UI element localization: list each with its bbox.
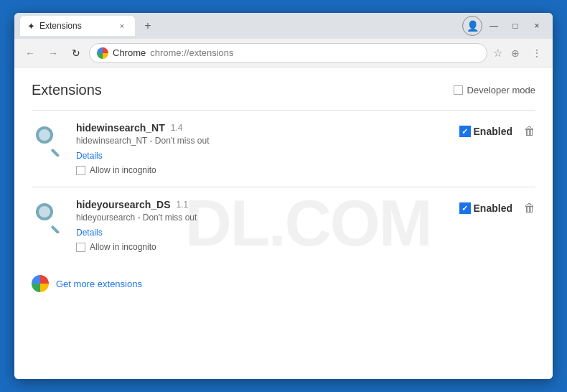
extension-info: hidewinsearch_NT 1.4 hidewinsearch_NT - …	[76, 122, 459, 175]
incognito-checkbox[interactable]	[76, 243, 85, 252]
get-more-row: Get more extensions	[32, 263, 535, 292]
extension-icon	[32, 122, 66, 157]
extension-details-link[interactable]: Details	[76, 151, 103, 161]
extension-description: hideyoursearch - Don't miss out	[76, 213, 459, 223]
incognito-label: Allow in incognito	[90, 165, 156, 175]
tab-close-button[interactable]: ×	[116, 20, 128, 32]
settings-button[interactable]: ⋮	[527, 43, 547, 63]
enabled-toggle[interactable]: ✓ Enabled	[459, 126, 512, 137]
new-tab-button[interactable]: +	[138, 16, 158, 36]
extension-item: hideyoursearch_DS 1.1 hideyoursearch - D…	[32, 187, 535, 263]
magnify-handle	[51, 225, 60, 233]
delete-button[interactable]: 🗑	[524, 125, 535, 138]
profile-button[interactable]: 👤	[462, 16, 482, 36]
developer-mode-toggle[interactable]: Developer mode	[454, 85, 535, 95]
get-more-extensions-link[interactable]: Get more extensions	[56, 279, 142, 289]
extension-icon	[32, 199, 66, 233]
profile-icon: 👤	[467, 20, 479, 32]
enabled-checkbox[interactable]: ✓	[459, 126, 471, 137]
cast-button[interactable]: ⊕	[505, 43, 525, 63]
close-button[interactable]: ×	[527, 16, 547, 36]
extension-item: hidewinsearch_NT 1.4 hidewinsearch_NT - …	[32, 110, 535, 187]
url-display: chrome://extensions	[150, 47, 233, 58]
page-header: Extensions Developer mode	[32, 82, 535, 98]
chrome-store-icon	[32, 275, 49, 292]
extension-version: 1.1	[177, 200, 189, 210]
magnify-icon	[36, 203, 62, 229]
enabled-label: Enabled	[474, 202, 512, 214]
page-title: Extensions	[32, 82, 102, 98]
tab-extensions-icon: ✦	[27, 21, 35, 32]
incognito-label: Allow in incognito	[90, 242, 156, 252]
extension-info: hideyoursearch_DS 1.1 hideyoursearch - D…	[76, 199, 459, 252]
nav-bar: ← → ↻ Chrome chrome://extensions ☆ ⊕ ⋮	[14, 39, 553, 67]
back-button[interactable]: ←	[20, 43, 40, 63]
window-controls: 👤 — □ ×	[462, 16, 547, 36]
site-label: Chrome	[113, 47, 146, 58]
extension-name-row: hidewinsearch_NT 1.4	[76, 122, 459, 134]
enabled-checkbox[interactable]: ✓	[459, 202, 471, 214]
forward-button[interactable]: →	[43, 43, 63, 63]
title-bar: ✦ Extensions × + 👤 — □ ×	[14, 13, 553, 39]
extension-name: hidewinsearch_NT	[76, 122, 165, 134]
incognito-toggle[interactable]: Allow in incognito	[76, 242, 459, 252]
page-content: DL.COM Extensions Developer mode hidewin…	[14, 67, 553, 379]
tab-title: Extensions	[39, 21, 82, 31]
bookmark-star[interactable]: ☆	[493, 47, 502, 60]
extension-controls: ✓ Enabled 🗑	[459, 122, 535, 138]
extension-details-link[interactable]: Details	[76, 228, 103, 238]
browser-window: ✦ Extensions × + 👤 — □ × ← → ↻ Chrome ch…	[14, 13, 553, 379]
developer-mode-label: Developer mode	[467, 85, 535, 95]
incognito-checkbox[interactable]	[76, 166, 85, 175]
magnify-handle	[51, 149, 60, 157]
extension-version: 1.4	[171, 123, 183, 133]
magnify-circle	[36, 203, 53, 220]
extension-name: hideyoursearch_DS	[76, 199, 171, 210]
chrome-icon	[97, 47, 108, 59]
extension-controls: ✓ Enabled 🗑	[459, 199, 535, 215]
developer-mode-checkbox[interactable]	[454, 85, 463, 95]
extension-description: hidewinsearch_NT - Don't miss out	[76, 136, 459, 146]
maximize-button[interactable]: □	[505, 16, 525, 36]
minimize-button[interactable]: —	[484, 16, 504, 36]
address-bar[interactable]: Chrome chrome://extensions	[89, 43, 487, 63]
enabled-toggle[interactable]: ✓ Enabled	[459, 202, 512, 214]
magnify-icon	[36, 126, 62, 152]
extension-name-row: hideyoursearch_DS 1.1	[76, 199, 459, 210]
delete-button[interactable]: 🗑	[524, 202, 535, 215]
refresh-button[interactable]: ↻	[66, 43, 86, 63]
magnify-circle	[36, 126, 53, 144]
active-tab[interactable]: ✦ Extensions ×	[20, 16, 135, 36]
enabled-label: Enabled	[474, 126, 512, 137]
incognito-toggle[interactable]: Allow in incognito	[76, 165, 459, 175]
nav-extra-buttons: ⊕ ⋮	[505, 43, 547, 63]
